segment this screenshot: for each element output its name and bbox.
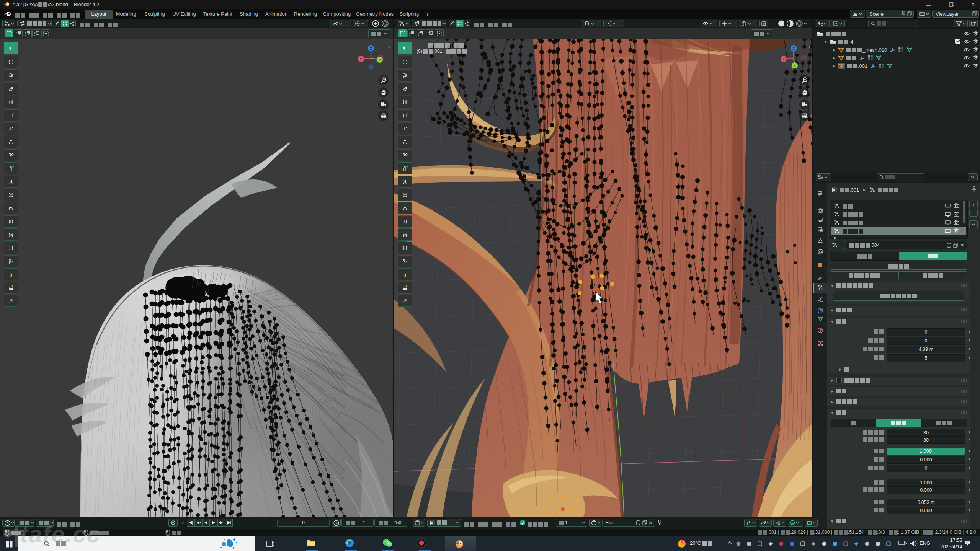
svg-text:X: X	[782, 57, 785, 61]
svg-text:Z: Z	[370, 47, 372, 51]
svg-text:Y: Y	[794, 64, 796, 68]
svg-text:Z: Z	[792, 47, 795, 51]
svg-text:Y: Y	[379, 58, 381, 62]
svg-text:4: 4	[683, 540, 684, 544]
svg-text:X: X	[360, 57, 362, 61]
